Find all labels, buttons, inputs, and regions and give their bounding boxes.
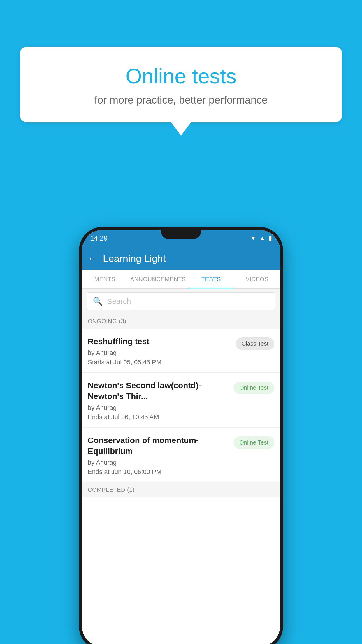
status-time: 14:29	[90, 234, 108, 242]
battery-icon: ▮	[268, 235, 272, 242]
test-author-3: by Anurag	[88, 459, 229, 466]
test-item-2[interactable]: Newton's Second law(contd)-Newton's Thir…	[82, 373, 280, 428]
wifi-icon: ▼	[250, 235, 256, 242]
test-date-2: Ends at Jul 06, 10:45 AM	[88, 413, 229, 421]
ongoing-section-header: ONGOING (3)	[82, 314, 280, 329]
test-list: Reshuffling test by Anurag Starts at Jul…	[82, 329, 280, 482]
search-input[interactable]: Search	[107, 297, 131, 306]
signal-icon: ▲	[259, 235, 266, 242]
speech-bubble: Online tests for more practice, better p…	[20, 47, 342, 122]
test-item-1[interactable]: Reshuffling test by Anurag Starts at Jul…	[82, 329, 280, 373]
tab-videos[interactable]: VIDEOS	[234, 270, 280, 288]
speech-bubble-subtitle: for more practice, better performance	[34, 94, 328, 106]
ongoing-section-title: ONGOING (3)	[88, 318, 126, 324]
search-bar-container: 🔍 Search	[82, 289, 280, 314]
phone-frame: 14:29 ▼ ▲ ▮ ← Learning Light MENTS ANNOU…	[79, 227, 283, 644]
status-icons: ▼ ▲ ▮	[250, 235, 272, 242]
tabs-container: MENTS ANNOUNCEMENTS TESTS VIDEOS	[82, 270, 280, 289]
app-bar: ← Learning Light	[82, 247, 280, 270]
speech-bubble-title: Online tests	[34, 64, 328, 88]
speech-bubble-container: Online tests for more practice, better p…	[20, 47, 342, 122]
completed-section-header: COMPLETED (1)	[82, 482, 280, 497]
phone-screen: 14:29 ▼ ▲ ▮ ← Learning Light MENTS ANNOU…	[82, 230, 280, 644]
tab-tests[interactable]: TESTS	[188, 270, 234, 288]
test-info-2: Newton's Second law(contd)-Newton's Thir…	[88, 380, 233, 421]
test-name-3: Conservation of momentum-Equilibrium	[88, 435, 229, 456]
test-date-1: Starts at Jul 05, 05:45 PM	[88, 358, 231, 366]
test-author-1: by Anurag	[88, 349, 231, 357]
tab-ments[interactable]: MENTS	[82, 270, 128, 288]
phone-notch	[161, 227, 201, 239]
test-info-1: Reshuffling test by Anurag Starts at Jul…	[88, 336, 236, 366]
completed-section-title: COMPLETED (1)	[88, 487, 135, 493]
tab-announcements[interactable]: ANNOUNCEMENTS	[128, 270, 188, 288]
test-item-3[interactable]: Conservation of momentum-Equilibrium by …	[82, 428, 280, 482]
test-badge-1: Class Test	[236, 337, 274, 350]
test-info-3: Conservation of momentum-Equilibrium by …	[88, 435, 233, 476]
test-author-2: by Anurag	[88, 404, 229, 412]
test-name-2: Newton's Second law(contd)-Newton's Thir…	[88, 380, 229, 402]
test-date-3: Ends at Jun 10, 06:00 PM	[88, 468, 229, 476]
test-badge-3: Online Test	[233, 436, 274, 449]
test-name-1: Reshuffling test	[88, 336, 231, 347]
search-icon: 🔍	[93, 297, 103, 306]
app-title: Learning Light	[103, 253, 166, 264]
back-button[interactable]: ←	[88, 253, 97, 264]
search-bar[interactable]: 🔍 Search	[87, 292, 275, 310]
test-badge-2: Online Test	[233, 382, 274, 394]
